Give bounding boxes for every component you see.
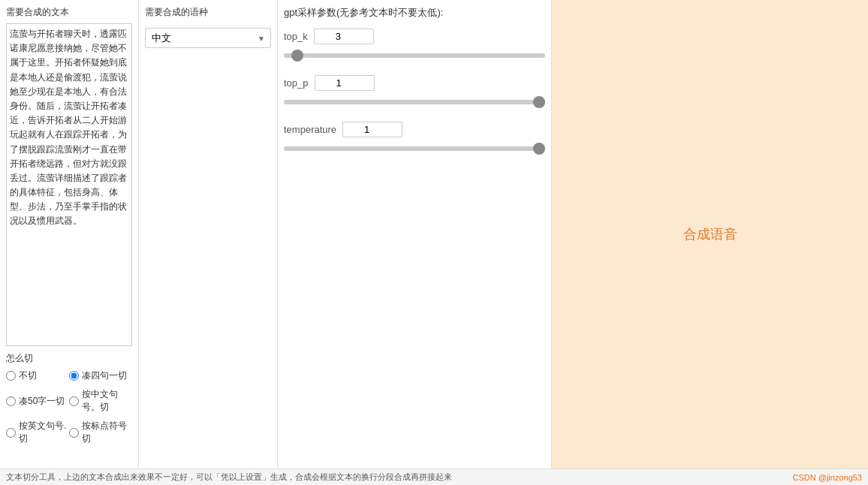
param-header-top-k: top_k: [284, 29, 545, 44]
params-title: gpt采样参数(无参考文本时不要太低):: [284, 6, 545, 20]
text-label: 需要合成的文本: [6, 6, 132, 19]
lang-select-wrapper: 中文 英文 日文 韩文 ▼: [145, 28, 271, 48]
left-panel: 需要合成的文本 怎么切 不切 凑四句一切 凑50字一切 按中文句号。切 按英文句…: [0, 0, 139, 468]
cut-option-punct[interactable]: 按标点符号切: [69, 420, 132, 445]
bottom-bar: 文本切分工具，上边的文本合成出来效果不一定好，可以「凭以上设置」生成，合成会根据…: [0, 468, 868, 485]
param-row-top-p: top_p: [284, 75, 545, 107]
param-input-temperature[interactable]: [342, 122, 402, 137]
cut-option-no-cut[interactable]: 不切: [6, 369, 69, 382]
param-name-temperature: temperature: [284, 124, 336, 135]
cut-label: 怎么切: [6, 352, 132, 365]
bottom-text: 文本切分工具，上边的文本合成出来效果不一定好，可以「凭以上设置」生成，合成会根据…: [6, 471, 787, 483]
param-input-top-k[interactable]: [314, 29, 374, 44]
param-name-top-p: top_p: [284, 77, 309, 89]
synth-button[interactable]: 合成语音: [683, 225, 737, 243]
param-header-top-p: top_p: [284, 75, 545, 91]
param-input-top-p[interactable]: [315, 75, 375, 91]
param-row-top-k: top_k: [284, 29, 545, 60]
cut-radio-group: 不切 凑四句一切 凑50字一切 按中文句号。切 按英文句号.切 按标点符号切: [6, 369, 132, 448]
csdn-watermark: CSDN @jinzong53: [793, 473, 863, 482]
cut-option-en-punct[interactable]: 按英文句号.切: [6, 420, 69, 445]
param-header-temperature: temperature: [284, 122, 545, 137]
param-slider-top-p[interactable]: [284, 100, 545, 104]
params-panel: gpt采样参数(无参考文本时不要太低): top_k top_p tempera…: [278, 0, 552, 468]
param-name-top-k: top_k: [284, 31, 308, 42]
lang-label: 需要合成的语种: [145, 6, 271, 19]
lang-select[interactable]: 中文 英文 日文 韩文: [145, 28, 271, 48]
param-slider-temperature[interactable]: [284, 146, 545, 151]
cut-section: 怎么切 不切 凑四句一切 凑50字一切 按中文句号。切 按英文句号.切: [6, 352, 132, 448]
main-content: 需要合成的文本 怎么切 不切 凑四句一切 凑50字一切 按中文句号。切 按英文句…: [0, 0, 868, 468]
right-panel: 合成语音: [552, 0, 868, 468]
text-input[interactable]: [6, 23, 132, 346]
param-row-temperature: temperature: [284, 122, 545, 153]
param-slider-top-k[interactable]: [284, 53, 545, 58]
middle-panel: 需要合成的语种 中文 英文 日文 韩文 ▼: [139, 0, 278, 468]
cut-option-four[interactable]: 凑四句一切: [69, 369, 132, 382]
cut-option-cn-punct[interactable]: 按中文句号。切: [69, 388, 132, 414]
cut-option-50[interactable]: 凑50字一切: [6, 388, 69, 414]
